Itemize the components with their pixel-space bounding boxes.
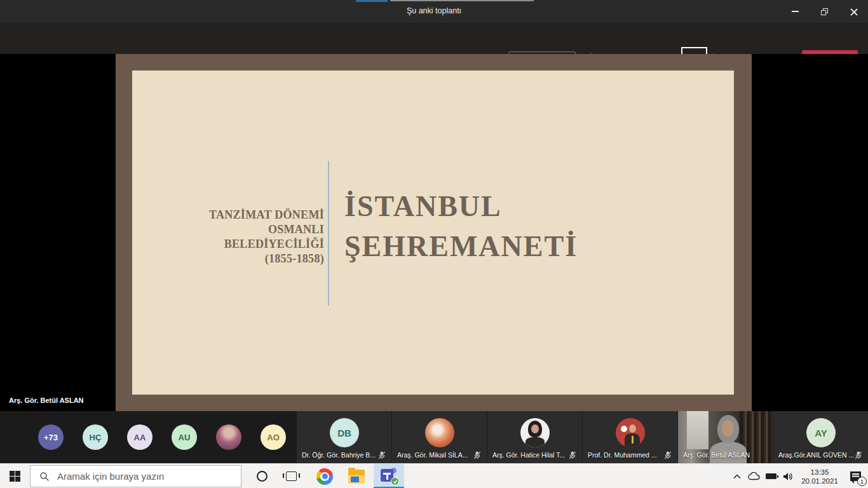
- background-window-edge-gray: [390, 0, 534, 1]
- clock-time: 13:35: [797, 468, 843, 477]
- minimize-icon: [792, 11, 799, 12]
- background-window-edge-blue: [356, 0, 388, 2]
- mic-muted-icon: [473, 451, 481, 459]
- window-controls: [780, 0, 868, 23]
- battery-icon: [766, 473, 776, 479]
- system-tray: 13:35 20.01.2021 1: [728, 464, 868, 488]
- meeting-toolbar: --:-- Denetim iste: [0, 23, 868, 54]
- participant-photo-avatar: [616, 418, 645, 447]
- chevron-up-icon: [733, 474, 741, 479]
- participant-name: Prof. Dr. Muhammed ...: [588, 451, 657, 459]
- window-title: Şu anki toplantı: [0, 6, 868, 15]
- mic-muted-icon: [855, 451, 862, 459]
- participant-name: Araş. Gör. Mikail SİLA...: [397, 451, 468, 459]
- taskbar-clock[interactable]: 13:35 20.01.2021: [797, 468, 843, 485]
- windows-taskbar: 13:35 20.01.2021 1: [0, 463, 868, 488]
- slide-title-line1: İSTANBUL: [344, 186, 700, 226]
- participant-photo-avatar[interactable]: [216, 424, 241, 450]
- search-icon: [39, 471, 50, 482]
- participant-name: Arş. Gör. Betül ASLAN: [683, 451, 750, 459]
- task-view-button[interactable]: [277, 464, 305, 488]
- restore-button[interactable]: [810, 0, 839, 23]
- overflow-participants-avatar[interactable]: +73: [38, 424, 64, 450]
- restore-icon: [821, 8, 828, 15]
- slide-title: İSTANBUL ŞEHREMANETİ: [344, 186, 700, 266]
- task-view-icon: [286, 471, 297, 481]
- windows-logo-icon: [10, 471, 21, 482]
- volume-tray-button[interactable]: [780, 472, 797, 481]
- chrome-taskbar-button[interactable]: [310, 464, 339, 488]
- presenter-name-label: Arş. Gör. Betül ASLAN: [9, 396, 84, 404]
- slide-title-line2: ŞEHREMANETİ: [344, 226, 700, 266]
- teams-icon: [381, 467, 397, 484]
- participant-avatar[interactable]: HÇ: [83, 424, 108, 450]
- speaker-icon: [783, 472, 794, 481]
- action-center-button[interactable]: 1: [843, 464, 868, 488]
- participant-video-tile[interactable]: Arş. Gör. Betül ASLAN: [677, 411, 773, 463]
- cortana-button[interactable]: [249, 464, 275, 488]
- participant-tile[interactable]: Prof. Dr. Muhammed ...: [582, 411, 677, 463]
- cloud-icon: [748, 472, 761, 480]
- minimize-button[interactable]: [780, 0, 810, 23]
- participant-photo-avatar: [425, 418, 454, 447]
- participant-avatar[interactable]: AA: [127, 424, 153, 450]
- participant-initials-avatar: DB: [330, 418, 359, 447]
- onedrive-tray-button[interactable]: [745, 472, 763, 480]
- participant-tile[interactable]: Araş. Gör. Mikail SİLA...: [391, 411, 487, 463]
- slide-frame: TANZİMAT DÖNEMİ OSMANLI BELEDİYECİLİĞİ (…: [116, 54, 752, 411]
- start-button[interactable]: [0, 464, 30, 488]
- participant-photo-avatar: [520, 418, 550, 447]
- teams-taskbar-button[interactable]: [374, 464, 404, 488]
- participant-name: Arş. Gör. Hatice Hilal T...: [492, 451, 565, 459]
- participant-name: Dr. Öğr. Gör. Bahriye B...: [302, 451, 376, 459]
- battery-tray-button[interactable]: [763, 473, 780, 479]
- slide-subtitle-line3: (1855-1858): [170, 252, 324, 266]
- presentation-slide: TANZİMAT DÖNEMİ OSMANLI BELEDİYECİLİĞİ (…: [132, 71, 734, 395]
- close-button[interactable]: [839, 0, 868, 23]
- file-explorer-icon: [348, 470, 365, 484]
- mic-muted-icon: [664, 451, 672, 459]
- file-explorer-taskbar-button[interactable]: [342, 464, 371, 488]
- teams-meeting-window: Şu anki toplantı --:-- Denetim iste: [0, 0, 868, 488]
- slide-subtitle-line1: TANZİMAT DÖNEMİ: [170, 208, 324, 222]
- participant-name: Araş.Gör.ANIL GÜVEN ...: [778, 451, 853, 459]
- participant-tile[interactable]: DB Dr. Öğr. Gör. Bahriye B...: [296, 411, 391, 463]
- participant-avatar[interactable]: AU: [172, 424, 197, 450]
- participant-avatar[interactable]: AO: [261, 424, 286, 450]
- mic-muted-icon: [569, 451, 576, 459]
- participant-tile[interactable]: Arş. Gör. Hatice Hilal T...: [487, 411, 582, 463]
- mic-muted-icon: [378, 451, 386, 459]
- window-titlebar: Şu anki toplantı: [0, 0, 868, 23]
- cortana-icon: [257, 471, 268, 482]
- teams-status-check-icon: [391, 477, 399, 485]
- participant-strip: +73 HÇ AA AU AO DB Dr. Öğr. Gör. Bahriye…: [0, 411, 868, 463]
- tray-chevron-button[interactable]: [728, 474, 745, 479]
- slide-subtitle: TANZİMAT DÖNEMİ OSMANLI BELEDİYECİLİĞİ (…: [170, 208, 324, 266]
- notification-badge: 1: [857, 477, 867, 486]
- chrome-icon: [316, 468, 333, 485]
- slide-subtitle-line2: OSMANLI BELEDİYECİLİĞİ: [170, 222, 324, 252]
- slide-divider-line: [328, 161, 329, 306]
- clock-date: 20.01.2021: [797, 477, 843, 485]
- close-icon: [850, 8, 857, 15]
- participant-initials-avatar: AY: [806, 418, 836, 447]
- taskbar-search[interactable]: [30, 465, 241, 487]
- search-input[interactable]: [57, 471, 216, 482]
- shared-screen-stage: TANZİMAT DÖNEMİ OSMANLI BELEDİYECİLİĞİ (…: [0, 54, 868, 411]
- participant-tile[interactable]: AY Araş.Gör.ANIL GÜVEN ...: [773, 411, 868, 463]
